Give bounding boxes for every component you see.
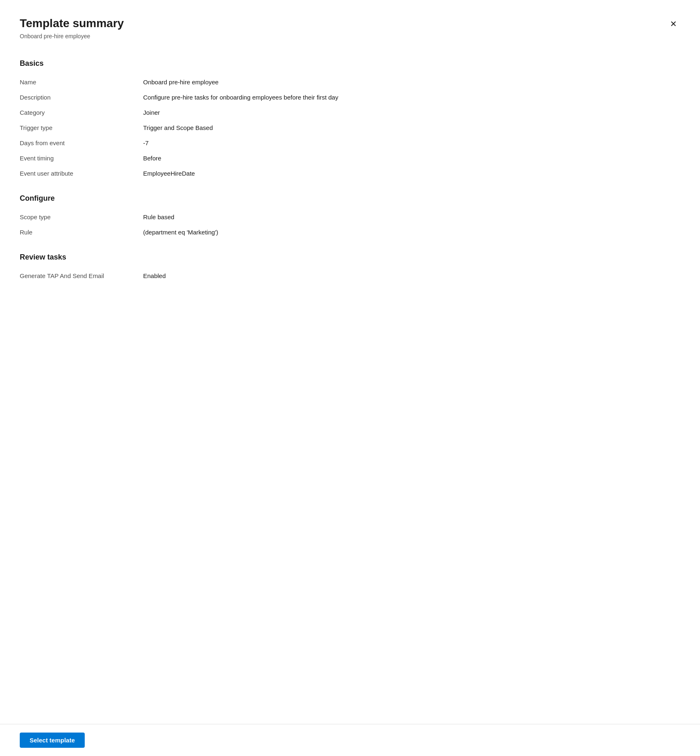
field-label-name: Name [20, 79, 143, 86]
field-value-trigger-type: Trigger and Scope Based [143, 124, 680, 131]
close-icon: ✕ [670, 20, 677, 28]
field-label-event-user-attribute: Event user attribute [20, 170, 143, 177]
field-label-trigger-type: Trigger type [20, 124, 143, 131]
field-label-event-timing: Event timing [20, 155, 143, 162]
title-block: Template summary Onboard pre-hire employ… [20, 16, 124, 39]
field-label-generate-tap: Generate TAP And Send Email [20, 272, 143, 279]
field-row-description: Description Configure pre-hire tasks for… [20, 90, 680, 105]
field-value-rule: (department eq 'Marketing') [143, 229, 680, 236]
basics-section-title: Basics [20, 59, 680, 68]
configure-section: Configure Scope type Rule based Rule (de… [20, 194, 680, 240]
close-button[interactable]: ✕ [667, 16, 680, 31]
panel-header: Template summary Onboard pre-hire employ… [20, 16, 680, 39]
panel-title: Template summary [20, 16, 124, 30]
field-label-rule: Rule [20, 229, 143, 236]
field-label-days-from-event: Days from event [20, 139, 143, 146]
panel-subtitle: Onboard pre-hire employee [20, 33, 124, 39]
field-row-event-user-attribute: Event user attribute EmployeeHireDate [20, 166, 680, 181]
field-value-event-user-attribute: EmployeeHireDate [143, 170, 680, 177]
field-value-scope-type: Rule based [143, 213, 680, 220]
field-row-rule: Rule (department eq 'Marketing') [20, 225, 680, 240]
review-tasks-section: Review tasks Generate TAP And Send Email… [20, 253, 680, 283]
field-label-scope-type: Scope type [20, 213, 143, 220]
field-value-name: Onboard pre-hire employee [143, 79, 680, 86]
field-label-description: Description [20, 94, 143, 101]
panel-footer: Select template [0, 724, 700, 756]
field-value-days-from-event: -7 [143, 139, 680, 146]
field-value-category: Joiner [143, 109, 680, 116]
field-row-trigger-type: Trigger type Trigger and Scope Based [20, 120, 680, 135]
field-row-days-from-event: Days from event -7 [20, 135, 680, 151]
field-value-event-timing: Before [143, 155, 680, 162]
field-value-description: Configure pre-hire tasks for onboarding … [143, 94, 680, 101]
review-tasks-section-title: Review tasks [20, 253, 680, 262]
template-summary-panel: Template summary Onboard pre-hire employ… [0, 0, 700, 756]
field-value-generate-tap: Enabled [143, 272, 680, 279]
configure-section-title: Configure [20, 194, 680, 203]
field-row-scope-type: Scope type Rule based [20, 209, 680, 225]
field-row-event-timing: Event timing Before [20, 151, 680, 166]
field-row-generate-tap: Generate TAP And Send Email Enabled [20, 268, 680, 283]
field-row-category: Category Joiner [20, 105, 680, 120]
field-row-name: Name Onboard pre-hire employee [20, 74, 680, 90]
field-label-category: Category [20, 109, 143, 116]
select-template-button[interactable]: Select template [20, 733, 85, 748]
basics-section: Basics Name Onboard pre-hire employee De… [20, 59, 680, 181]
